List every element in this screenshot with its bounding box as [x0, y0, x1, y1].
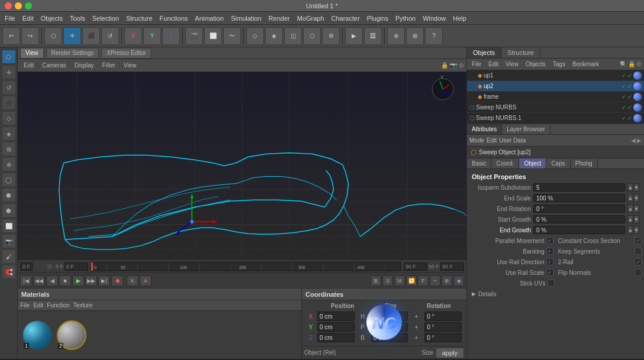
prop-tab-object[interactable]: Object: [519, 158, 546, 168]
startgrowth-dn[interactable]: ▼: [633, 215, 639, 223]
obj-row-up2[interactable]: ◆ up2 ✓ ✓: [467, 81, 644, 92]
record-button[interactable]: ⬜: [204, 27, 222, 45]
record-button[interactable]: ⏺: [111, 275, 123, 286]
maximize-button[interactable]: [25, 2, 32, 9]
attr-back-icon[interactable]: ◀: [631, 137, 636, 144]
tool-11[interactable]: ⬟: [2, 203, 16, 218]
tool-8[interactable]: ⊕: [2, 157, 16, 171]
vt-filter[interactable]: Filter: [99, 60, 119, 71]
motion-btn[interactable]: ~: [430, 275, 440, 286]
vt-edit[interactable]: Edit: [20, 60, 37, 71]
layer-btn[interactable]: ⊞: [371, 275, 381, 286]
endrot-dn[interactable]: ▼: [633, 205, 639, 213]
obj-ren-up2[interactable]: ✓: [627, 83, 632, 89]
grid-button[interactable]: ⊞: [406, 27, 424, 45]
tool4-button[interactable]: ⬡: [303, 27, 321, 45]
details-row[interactable]: ▶ Details: [467, 288, 644, 299]
isoparm-value[interactable]: 5: [533, 183, 625, 192]
obj-ren-up1[interactable]: ✓: [627, 73, 632, 79]
endscale-up[interactable]: ▲: [627, 194, 633, 202]
parallel-check[interactable]: ✓: [546, 237, 553, 244]
lock-icon[interactable]: 🔒: [628, 61, 635, 67]
end-frame-field2[interactable]: 90 F: [440, 262, 464, 271]
loop-btn[interactable]: 🔁: [406, 275, 417, 286]
vt-view[interactable]: View: [120, 60, 140, 71]
obj-view[interactable]: View: [503, 61, 521, 67]
tool3-button[interactable]: ◫: [284, 27, 302, 45]
menu-simulation[interactable]: Simulation: [231, 15, 261, 22]
menu-structure[interactable]: Structure: [126, 15, 153, 22]
endgrowth-dn[interactable]: ▼: [633, 226, 639, 234]
menu-help[interactable]: Help: [453, 15, 466, 22]
prop-tab-caps[interactable]: Caps: [546, 158, 570, 168]
menu-python[interactable]: Python: [395, 15, 416, 22]
snap-button[interactable]: ⊕: [387, 27, 405, 45]
stop-button[interactable]: ■: [59, 275, 71, 286]
menu-window[interactable]: Window: [423, 15, 446, 22]
menu-render[interactable]: Render: [269, 15, 290, 22]
animation-button[interactable]: 〜: [223, 27, 241, 45]
go-start-button[interactable]: |◀: [20, 275, 32, 286]
select-button[interactable]: ⬡: [44, 27, 62, 45]
end-frame-field1[interactable]: 90 F: [404, 262, 427, 271]
timeline-keyframe[interactable]: [46, 263, 53, 270]
endrot-value[interactable]: 0 °: [533, 205, 625, 213]
keyframe-button[interactable]: 🎬: [185, 27, 203, 45]
obj-edit[interactable]: Edit: [486, 61, 501, 67]
material-1[interactable]: 1: [22, 320, 52, 350]
scale-button[interactable]: ⬛: [82, 27, 100, 45]
tool-select[interactable]: ⬡: [2, 50, 16, 64]
fps-btn[interactable]: F: [418, 275, 429, 286]
menu-tools[interactable]: Tools: [70, 15, 85, 22]
endgrowth-up[interactable]: ▲: [627, 226, 633, 234]
obj-row-sweep1[interactable]: ⬡ Sweep NURBS ✓ ✓: [467, 102, 644, 113]
tool-12[interactable]: ⬜: [2, 219, 16, 233]
tab-objects[interactable]: Objects: [467, 47, 501, 58]
flip-norm-check[interactable]: □: [635, 269, 642, 276]
apply-button[interactable]: apply: [436, 348, 464, 358]
mute-btn[interactable]: M: [394, 275, 405, 286]
tool-5[interactable]: ◇: [2, 111, 16, 125]
menu-plugins[interactable]: Plugins: [367, 15, 388, 22]
endgrowth-value[interactable]: 0 %: [533, 226, 625, 234]
obj-ren-sweep2[interactable]: ✓: [627, 115, 632, 121]
tool-7[interactable]: ⊞: [2, 142, 16, 156]
tool-9[interactable]: ◯: [2, 173, 16, 187]
minimize-button[interactable]: [15, 2, 22, 9]
mat-edit[interactable]: Edit: [33, 302, 43, 309]
pos-z-field[interactable]: 0 cm: [317, 333, 355, 342]
mat-texture[interactable]: Texture: [73, 302, 93, 309]
obj-ren-frame[interactable]: ✓: [627, 94, 632, 100]
endscale-dn[interactable]: ▼: [633, 194, 639, 202]
tool-camera[interactable]: 📷: [2, 234, 16, 248]
tool-6[interactable]: ◈: [2, 127, 16, 141]
auto-key-button[interactable]: A: [140, 275, 152, 286]
menu-animation[interactable]: Animation: [195, 15, 224, 22]
play-back-button[interactable]: ◀: [46, 275, 58, 286]
tool-move[interactable]: ✛: [2, 65, 16, 79]
tab-view[interactable]: View: [20, 48, 44, 59]
prop-tab-phong[interactable]: Phong: [571, 158, 598, 168]
obj-vis-sweep1[interactable]: ✓: [622, 105, 626, 111]
rail-dir-check[interactable]: ✓: [546, 258, 553, 265]
tab-structure[interactable]: Structure: [501, 47, 540, 58]
tool-10[interactable]: ⬢: [2, 188, 16, 202]
start-frame-field[interactable]: 0 F: [65, 262, 88, 271]
z-axis-button[interactable]: Z: [162, 27, 180, 45]
rot-x-field[interactable]: 0 °: [424, 312, 462, 321]
tab-render-settings[interactable]: Render Settings: [46, 48, 99, 59]
prop-tab-basic[interactable]: Basic: [467, 158, 491, 168]
endrot-up[interactable]: ▲: [627, 205, 633, 213]
attr-mode[interactable]: Mode: [469, 137, 484, 144]
mat-function[interactable]: Function: [47, 302, 69, 309]
move-button[interactable]: ✛: [63, 27, 81, 45]
obj-bookmark[interactable]: Bookmark: [570, 61, 601, 67]
tool-paint[interactable]: 🖌: [2, 249, 16, 264]
obj-objects[interactable]: Objects: [523, 61, 548, 67]
tab-attributes[interactable]: Attributes: [467, 124, 502, 134]
mat-file[interactable]: File: [20, 302, 30, 309]
obj-vis-up1[interactable]: ✓: [622, 73, 626, 79]
isoparm-dn[interactable]: ▼: [633, 183, 639, 192]
attr-fwd-icon[interactable]: ▶: [637, 137, 642, 144]
pos-y-field[interactable]: 0 cm: [317, 322, 355, 332]
